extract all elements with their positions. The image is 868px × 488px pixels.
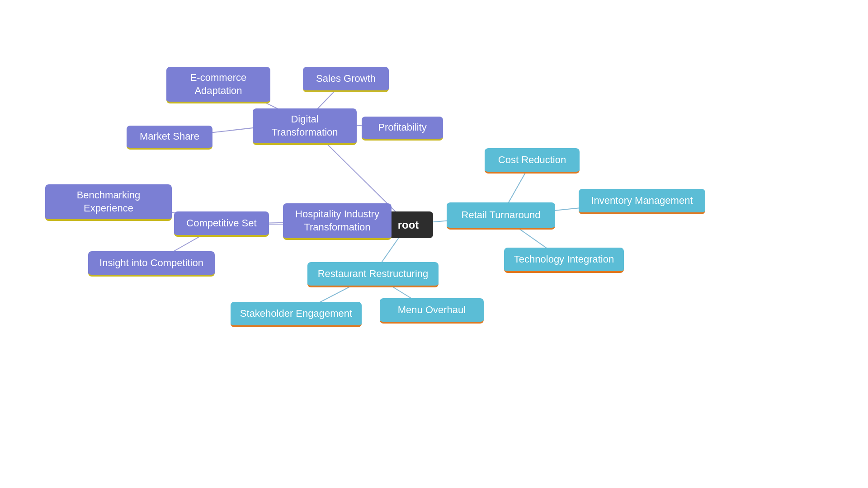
node-profitability[interactable]: Profitability — [362, 117, 443, 141]
node-hospitality_industry[interactable]: Hospitality IndustryTransformation — [283, 203, 392, 240]
node-competitive_set[interactable]: Competitive Set — [174, 211, 269, 237]
node-benchmarking_experience[interactable]: Benchmarking Experience — [45, 184, 172, 221]
node-label-ecommerce_adaptation: E-commerce Adaptation — [175, 71, 262, 97]
node-label-restaurant_restructuring: Restaurant Restructuring — [318, 267, 429, 281]
node-label-cost_reduction: Cost Reduction — [498, 154, 566, 167]
node-label-root: root — [398, 218, 419, 232]
node-digital_transformation[interactable]: Digital Transformation — [253, 108, 357, 145]
node-insight_into_competition[interactable]: Insight into Competition — [88, 251, 215, 277]
node-label-inventory_management: Inventory Management — [591, 194, 693, 207]
node-sales_growth[interactable]: Sales Growth — [303, 67, 389, 92]
node-label-market_share: Market Share — [140, 130, 199, 143]
node-label-retail_turnaround: Retail Turnaround — [462, 209, 541, 222]
node-label-menu_overhaul: Menu Overhaul — [398, 304, 466, 317]
node-label-insight_into_competition: Insight into Competition — [99, 257, 203, 270]
node-label-stakeholder_engagement: Stakeholder Engagement — [240, 307, 352, 320]
node-label-profitability: Profitability — [378, 121, 427, 134]
node-ecommerce_adaptation[interactable]: E-commerce Adaptation — [166, 67, 270, 103]
node-stakeholder_engagement[interactable]: Stakeholder Engagement — [231, 302, 362, 327]
node-restaurant_restructuring[interactable]: Restaurant Restructuring — [307, 262, 439, 287]
node-market_share[interactable]: Market Share — [127, 126, 212, 150]
node-label-benchmarking_experience: Benchmarking Experience — [53, 189, 164, 215]
node-technology_integration[interactable]: Technology Integration — [504, 248, 624, 273]
node-label-technology_integration: Technology Integration — [514, 253, 614, 266]
node-label-digital_transformation: Digital Transformation — [261, 113, 349, 139]
node-label-hospitality_industry: Hospitality IndustryTransformation — [295, 208, 379, 234]
node-cost_reduction[interactable]: Cost Reduction — [485, 148, 580, 174]
node-label-competitive_set: Competitive Set — [186, 217, 256, 230]
node-label-sales_growth: Sales Growth — [316, 72, 376, 85]
node-inventory_management[interactable]: Inventory Management — [579, 189, 705, 214]
node-retail_turnaround[interactable]: Retail Turnaround — [447, 202, 555, 230]
node-menu_overhaul[interactable]: Menu Overhaul — [380, 298, 484, 324]
